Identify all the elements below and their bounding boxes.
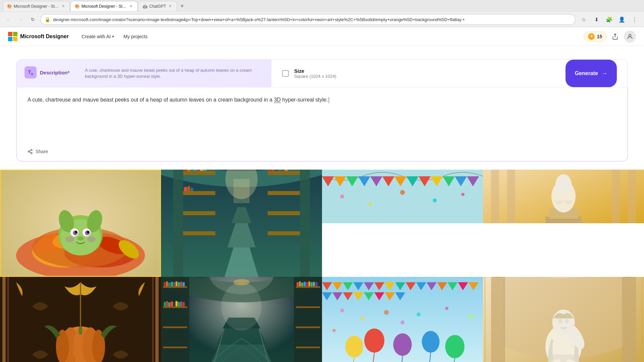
tab-bar: 🎨 Microsoft Designer - Stunning ✕ 🎨 Micr… — [0, 0, 644, 12]
svg-point-6 — [31, 149, 32, 150]
svg-point-180 — [384, 310, 389, 315]
svg-rect-36 — [183, 171, 215, 175]
image-cell-2[interactable] — [161, 170, 322, 277]
image-cell-3[interactable] — [322, 170, 483, 277]
share-button[interactable] — [609, 31, 621, 43]
svg-rect-53 — [268, 231, 300, 235]
svg-rect-110 — [163, 306, 187, 308]
image-party-top — [322, 170, 483, 223]
svg-rect-126 — [171, 302, 173, 306]
svg-point-190 — [393, 333, 412, 356]
svg-rect-47 — [184, 187, 187, 191]
tab-close-2[interactable]: ✕ — [129, 3, 133, 9]
brand[interactable]: Microsoft Designer — [8, 32, 69, 41]
image-cell-7[interactable] — [322, 277, 483, 362]
new-tab-button[interactable]: + — [177, 1, 187, 11]
image-statue-full — [483, 277, 644, 362]
nav-my-projects-label: My projects — [123, 34, 148, 39]
svg-rect-144 — [313, 282, 315, 286]
size-section: Size Square (1024 x 1024) — [271, 60, 566, 87]
forward-button[interactable]: → — [16, 15, 25, 24]
svg-rect-139 — [301, 283, 303, 286]
coin-icon: ✦ — [588, 33, 595, 40]
svg-rect-86 — [491, 170, 499, 223]
svg-point-232 — [558, 319, 562, 323]
svg-rect-133 — [296, 306, 320, 308]
bookmark-button[interactable]: ☆ — [578, 14, 589, 25]
svg-point-82 — [400, 190, 405, 195]
profile-browser-button[interactable]: 👤 — [616, 14, 627, 25]
svg-rect-109 — [163, 286, 187, 288]
back-button[interactable]: ← — [4, 15, 13, 24]
svg-rect-46 — [204, 170, 206, 171]
description-card: Tα Description* A cute, chartreuse and m… — [16, 60, 271, 87]
share-row[interactable]: Share — [28, 149, 48, 154]
downloads-button[interactable]: ⬇ — [591, 14, 602, 25]
svg-rect-119 — [175, 282, 177, 286]
generate-arrow-icon: → — [601, 70, 607, 77]
text-editor[interactable]: A cute, chartreuse and mauve beast peeks… — [16, 87, 628, 161]
svg-line-9 — [30, 152, 31, 153]
share-small-icon — [28, 149, 33, 154]
svg-point-188 — [364, 328, 384, 353]
svg-point-192 — [422, 331, 440, 353]
svg-point-28 — [75, 231, 77, 233]
image-library — [161, 170, 322, 277]
svg-rect-222 — [622, 277, 636, 362]
extensions-button[interactable]: 🧩 — [604, 14, 614, 25]
image-cell-6[interactable] — [161, 277, 322, 362]
image-autumn-beast — [0, 170, 161, 277]
tab-close-3[interactable]: ✕ — [168, 3, 172, 9]
svg-rect-39 — [183, 231, 215, 235]
svg-rect-128 — [175, 301, 177, 306]
profile-button[interactable] — [624, 31, 636, 43]
svg-rect-143 — [311, 282, 313, 286]
svg-rect-107 — [161, 277, 189, 362]
generate-button[interactable]: Generate → — [566, 60, 617, 87]
image-cell-1[interactable] — [0, 170, 161, 277]
browser-tab-1[interactable]: 🎨 Microsoft Designer - Stunning ✕ — [3, 1, 70, 11]
svg-point-181 — [417, 312, 421, 316]
tab-close-1[interactable]: ✕ — [61, 3, 65, 9]
svg-rect-57 — [278, 170, 281, 171]
svg-point-7 — [28, 151, 30, 152]
settings-button[interactable]: ⋮ — [629, 14, 640, 25]
nav-create-with-ai[interactable]: Create with AI ▾ — [77, 31, 119, 42]
brand-logo-icon — [8, 32, 17, 41]
svg-rect-115 — [166, 282, 168, 286]
tab-favicon-3: 🤖 — [143, 4, 147, 9]
svg-rect-129 — [178, 302, 180, 306]
svg-point-83 — [433, 198, 437, 202]
image-cell-8[interactable] — [483, 277, 644, 362]
image-cell-4[interactable] — [483, 170, 644, 277]
svg-point-233 — [565, 319, 569, 323]
underlined-3d-text: 3D — [274, 97, 281, 103]
svg-rect-41 — [187, 170, 190, 171]
svg-rect-2 — [8, 37, 12, 41]
browser-tab-2[interactable]: 🎨 Microsoft Designer - Stunning ✕ — [70, 1, 138, 11]
address-bar[interactable]: 🔒 designer.microsoft.com/image-creator?s… — [40, 14, 576, 25]
chevron-down-icon: ▾ — [112, 34, 114, 39]
desc-label-text: Description* — [40, 70, 69, 75]
svg-point-153 — [233, 279, 250, 285]
size-checkbox[interactable] — [282, 70, 289, 77]
coins-badge[interactable]: ✦ 15 — [584, 32, 606, 42]
browser-tab-3[interactable]: 🤖 ChatGPT ✕ — [138, 1, 177, 11]
svg-point-5 — [629, 34, 631, 37]
svg-rect-51 — [268, 191, 300, 195]
svg-rect-132 — [296, 286, 320, 288]
svg-point-182 — [445, 307, 448, 310]
svg-rect-125 — [168, 302, 170, 306]
image-statue-top — [483, 170, 644, 223]
svg-rect-103 — [79, 326, 82, 335]
nav-my-projects[interactable]: My projects — [119, 31, 152, 42]
main-content: Tα Description* A cute, chartreuse and m… — [0, 46, 644, 362]
svg-rect-142 — [308, 282, 310, 286]
svg-rect-123 — [164, 302, 166, 306]
image-cell-5[interactable] — [0, 277, 161, 362]
image-party-gifts — [322, 277, 483, 362]
svg-rect-35 — [300, 170, 310, 277]
reload-button[interactable]: ↻ — [28, 15, 38, 24]
tab-title-3: ChatGPT — [149, 4, 166, 9]
svg-rect-56 — [275, 170, 278, 171]
